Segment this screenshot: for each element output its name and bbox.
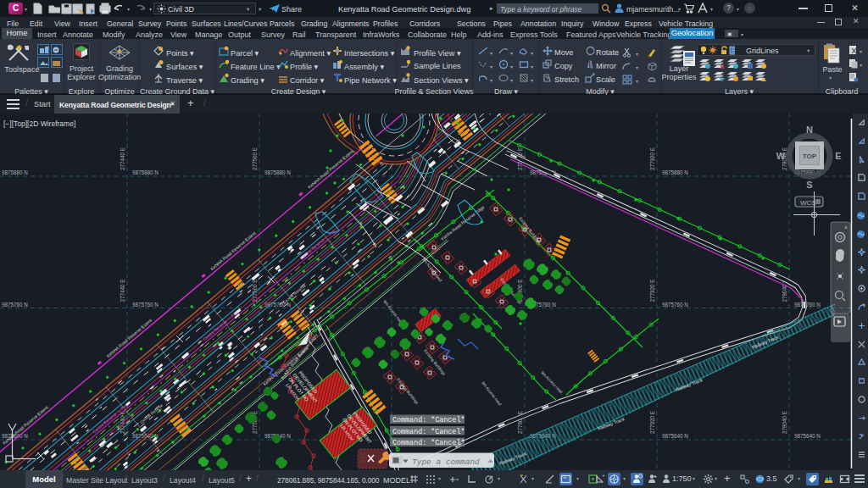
svg-text:N: N — [806, 125, 813, 135]
svg-text:278040 E: 278040 E — [782, 411, 787, 434]
svg-text:KeNHA Road Reserve Extent: KeNHA Road Reserve Extent — [307, 148, 354, 190]
svg-text:9875640 N: 9875640 N — [794, 433, 821, 439]
svg-text:9875760 N: 9875760 N — [2, 302, 28, 308]
svg-text:9m Access road: 9m Access road — [481, 381, 502, 407]
svg-text:Command: *Cancel*: Command: *Cancel* — [392, 416, 465, 424]
svg-text:WCS: WCS — [800, 199, 816, 207]
svg-text:9875880 N: 9875880 N — [662, 169, 688, 175]
svg-text:Command: *Cancel*: Command: *Cancel* — [392, 428, 465, 436]
svg-text:9875760 N: 9875760 N — [662, 302, 688, 308]
svg-text:9875880 N: 9875880 N — [264, 169, 291, 175]
svg-text:W: W — [776, 151, 786, 161]
svg-text:×: × — [844, 225, 848, 230]
svg-text:277920 E: 277920 E — [649, 280, 655, 302]
svg-text:S: S — [806, 180, 812, 190]
svg-text:9m Access road: 9m Access road — [421, 258, 442, 283]
svg-text:Central Reserve: Central Reserve — [139, 403, 164, 424]
svg-text:277440 E: 277440 E — [120, 147, 125, 170]
svg-text:9m Access road: 9m Access road — [540, 370, 564, 394]
svg-text:277560 E: 277560 E — [252, 147, 258, 170]
svg-text:Kenha Road Reserve Edge: Kenha Road Reserve Edge — [440, 204, 486, 241]
svg-text:277440 E: 277440 E — [120, 280, 125, 302]
svg-text:9875880 N: 9875880 N — [2, 169, 28, 175]
svg-text:277920 E: 277920 E — [649, 411, 655, 434]
svg-text:9875880 N: 9875880 N — [132, 169, 159, 175]
svg-text:TOP: TOP — [803, 152, 817, 160]
svg-text:Command: *Cancel*: Command: *Cancel* — [392, 439, 465, 447]
svg-text:9875760 N: 9875760 N — [794, 302, 821, 308]
svg-text:9875640 N: 9875640 N — [662, 433, 688, 439]
svg-text:[−][Top][2D Wireframe]: [−][Top][2D Wireframe] — [3, 119, 75, 128]
svg-text:Type a command: Type a command — [412, 458, 480, 467]
svg-text:KeNHA Road Reserve Extent: KeNHA Road Reserve Extent — [105, 318, 153, 359]
svg-text:277920 E: 277920 E — [649, 147, 655, 170]
svg-text:KeNHA Road Reserve Extent: KeNHA Road Reserve Extent — [209, 230, 257, 272]
svg-text:9875760 N: 9875760 N — [132, 302, 159, 308]
svg-text:E: E — [835, 151, 841, 161]
